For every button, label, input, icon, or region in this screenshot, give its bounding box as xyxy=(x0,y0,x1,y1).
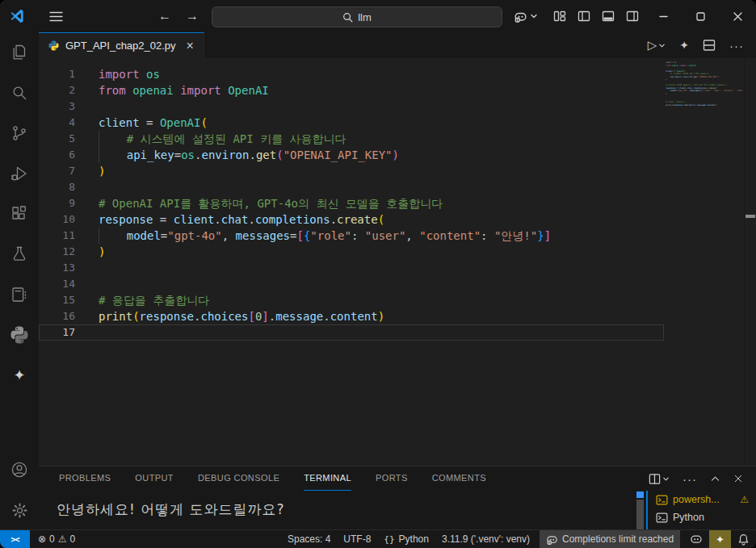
toggle-secondary-sidebar-button[interactable] xyxy=(620,0,645,32)
toggle-primary-sidebar-button[interactable] xyxy=(572,0,596,32)
back-button[interactable]: ← xyxy=(158,9,171,23)
copilot-menu-button[interactable] xyxy=(504,10,548,23)
code-line-10[interactable]: 10response = client.chat.completions.cre… xyxy=(39,211,664,228)
terminal-list-item-powersh-[interactable]: powersh...⚠ xyxy=(648,491,756,508)
python-extension-icon[interactable] xyxy=(0,315,39,355)
command-center-search[interactable]: llm xyxy=(212,6,502,27)
copilot-chat-icon[interactable]: ✦ xyxy=(0,355,39,395)
copilot-completions-status[interactable]: Completions limit reached xyxy=(540,530,680,548)
chevron-down-icon[interactable] xyxy=(662,475,670,483)
indentation-status[interactable]: Spaces: 4 xyxy=(281,530,337,548)
split-editor-icon[interactable] xyxy=(703,39,716,52)
close-panel-icon[interactable] xyxy=(733,474,743,483)
title-bar: ← → llm xyxy=(0,0,756,32)
explorer-icon[interactable] xyxy=(0,32,39,73)
testing-icon[interactable] xyxy=(0,234,39,274)
code-text: response = client.chat.completions.creat… xyxy=(99,211,384,228)
panel-tab-problems[interactable]: PROBLEMS xyxy=(59,466,111,491)
code-line-12[interactable]: 12) xyxy=(39,244,664,260)
line-number: 5 xyxy=(39,131,75,147)
chevron-down-icon xyxy=(530,12,538,20)
source-control-icon[interactable] xyxy=(0,113,39,153)
encoding-status[interactable]: UTF-8 xyxy=(337,530,377,548)
line-number: 15 xyxy=(39,292,75,308)
toggle-panel-button[interactable] xyxy=(596,0,620,32)
notebook-icon[interactable] xyxy=(0,274,39,315)
line-number: 4 xyxy=(39,115,75,131)
settings-gear-icon[interactable] xyxy=(0,490,39,530)
tab-gpt-api-chap2-02[interactable]: GPT_API_chap2_02.py × xyxy=(39,32,204,58)
code-line-17[interactable]: 17 xyxy=(39,324,664,341)
code-line-5[interactable]: 5# 시스템에 설정된 API 키를 사용합니다 xyxy=(39,131,664,147)
tab-close-icon[interactable]: × xyxy=(185,40,195,52)
forward-button[interactable]: → xyxy=(186,9,199,23)
panel-tab-comments[interactable]: COMMENTS xyxy=(432,466,486,491)
code-text: api_key=os.environ.get("OPENAI_API_KEY") xyxy=(99,147,399,163)
error-count: 0 xyxy=(49,533,55,545)
warning-count: 0 xyxy=(70,533,76,545)
account-icon[interactable] xyxy=(0,450,39,490)
code-line-13[interactable]: 13 xyxy=(39,260,664,276)
terminal-scrollbar[interactable] xyxy=(636,500,644,531)
editor-scrollbar[interactable] xyxy=(744,58,756,466)
code-text: client = OpenAI( xyxy=(99,115,208,131)
code-line-14[interactable]: 14 xyxy=(39,276,664,292)
customize-layout-button[interactable] xyxy=(548,0,572,32)
run-icon: ▷ xyxy=(648,38,657,52)
code-line-1[interactable]: 1import os xyxy=(39,66,664,82)
terminal-output[interactable]: 안녕하세요! 어떻게 도와드릴까요? xyxy=(57,500,285,519)
minimize-button[interactable] xyxy=(645,0,682,32)
code-line-15[interactable]: 15# 응답을 추출합니다 xyxy=(39,292,664,308)
code-line-9[interactable]: 9# OpenAI API를 활용하며, GPT-4o의 최신 모델을 호출합니… xyxy=(39,195,664,211)
more-actions-icon[interactable]: ··· xyxy=(729,39,744,52)
search-icon xyxy=(342,12,353,23)
minimap[interactable]: import osfrom openai import OpenAIclient… xyxy=(666,61,743,110)
code-text: ) xyxy=(99,244,105,260)
code-line-16[interactable]: 16print(response.choices[0].message.cont… xyxy=(39,308,664,324)
code-line-8[interactable]: 8 xyxy=(39,179,664,195)
search-view-icon[interactable] xyxy=(0,73,39,113)
code-line-11[interactable]: 11model="gpt-4o", messages=[{"role": "us… xyxy=(39,228,664,244)
code-line-6[interactable]: 6api_key=os.environ.get("OPENAI_API_KEY"… xyxy=(39,147,664,163)
menu-icon[interactable] xyxy=(46,8,66,25)
terminal-list-item-python[interactable]: Python xyxy=(648,508,756,526)
close-window-button[interactable] xyxy=(719,0,756,32)
line-number: 13 xyxy=(39,260,75,276)
copilot-icon xyxy=(546,533,558,546)
notifications-bell-icon[interactable] xyxy=(731,530,756,548)
maximize-button[interactable] xyxy=(682,0,719,32)
run-dropdown-icon[interactable] xyxy=(658,42,666,49)
code-line-3[interactable]: 3 xyxy=(39,98,664,115)
language-mode-status[interactable]: {} Python xyxy=(377,530,435,548)
terminal-label: Python xyxy=(673,512,704,523)
run-python-button[interactable]: ▷ xyxy=(648,38,666,52)
remote-indicator[interactable]: >< xyxy=(0,530,30,548)
overview-ruler-mark xyxy=(746,215,755,218)
maximize-panel-icon[interactable] xyxy=(710,474,720,484)
panel-tab-output[interactable]: OUTPUT xyxy=(135,466,174,491)
run-debug-icon[interactable] xyxy=(0,153,39,194)
line-number: 14 xyxy=(39,276,75,292)
copilot-sparkle-status[interactable]: ✦ xyxy=(709,530,731,548)
status-bar: >< ⊗ 0 ⚠ 0 Spaces: 4 UTF-8 {} Python 3.1… xyxy=(0,529,756,548)
panel-tab-terminal[interactable]: TERMINAL xyxy=(304,466,351,491)
panel-tab-ports[interactable]: PORTS xyxy=(376,466,408,491)
problems-status[interactable]: ⊗ 0 ⚠ 0 xyxy=(38,533,75,545)
code-editor[interactable]: 1import os2from openai import OpenAI34cl… xyxy=(39,58,756,466)
code-text: model="gpt-4o", messages=[{"role": "user… xyxy=(99,228,551,244)
panel-more-actions-icon[interactable]: ··· xyxy=(682,472,697,486)
split-terminal-button[interactable] xyxy=(649,473,670,485)
panel-tab-debug-console[interactable]: DEBUG CONSOLE xyxy=(198,466,279,491)
line-number: 7 xyxy=(39,163,75,179)
code-line-2[interactable]: 2from openai import OpenAI xyxy=(39,82,664,98)
minimap-line: model="gpt-4o", messages=[{"role": "user… xyxy=(666,90,743,93)
copilot-status-icon[interactable] xyxy=(683,530,709,548)
code-text: from openai import OpenAI xyxy=(99,82,269,98)
code-line-7[interactable]: 7) xyxy=(39,163,664,179)
extensions-icon[interactable] xyxy=(0,194,39,234)
code-line-4[interactable]: 4client = OpenAI( xyxy=(39,115,664,131)
copilot-edit-icon[interactable]: ✦ xyxy=(679,39,689,52)
terminal-label: powersh... xyxy=(673,494,720,505)
python-interpreter-status[interactable]: 3.11.9 ('.venv': venv) xyxy=(435,530,536,548)
terminal-icon xyxy=(656,512,668,524)
